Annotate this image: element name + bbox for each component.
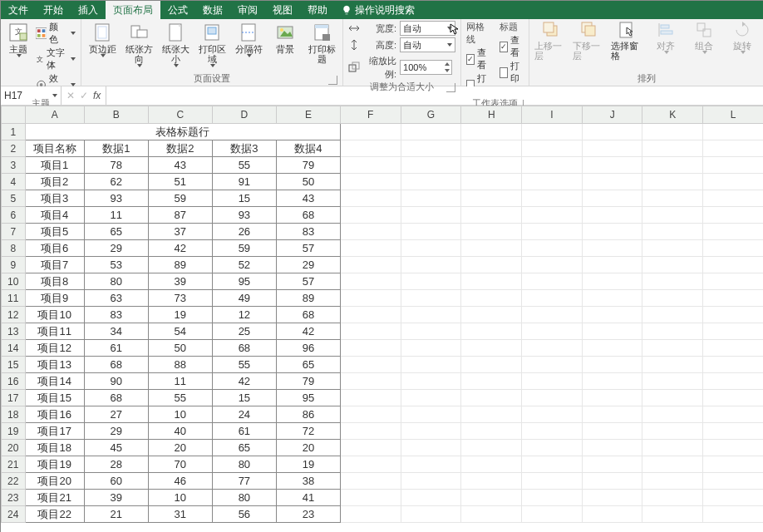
tab-view[interactable]: 视图: [265, 1, 300, 19]
cell[interactable]: [340, 273, 401, 290]
cell[interactable]: [401, 506, 461, 523]
breaks-button[interactable]: 分隔符: [233, 21, 264, 57]
cell[interactable]: 项目3: [25, 190, 84, 207]
cell[interactable]: [642, 323, 703, 340]
cell[interactable]: 34: [84, 323, 148, 340]
selection-pane-button[interactable]: 选择窗格: [611, 21, 644, 61]
cell[interactable]: [401, 490, 461, 506]
cell[interactable]: [340, 257, 401, 273]
cell[interactable]: 项目13: [25, 357, 84, 373]
cell[interactable]: 86: [276, 406, 340, 423]
cell[interactable]: [461, 190, 522, 207]
cell[interactable]: [401, 257, 461, 273]
cell[interactable]: [582, 473, 642, 490]
cell[interactable]: [582, 506, 642, 523]
cell[interactable]: [703, 323, 763, 340]
column-header[interactable]: E: [276, 106, 340, 124]
cell[interactable]: 88: [148, 357, 212, 373]
cell[interactable]: [642, 390, 703, 406]
cell[interactable]: [461, 174, 522, 190]
cell[interactable]: [703, 357, 763, 373]
tab-data[interactable]: 数据: [195, 1, 230, 19]
name-box[interactable]: H17: [1, 86, 62, 105]
cell[interactable]: 项目16: [25, 406, 84, 423]
cell[interactable]: [461, 290, 522, 307]
cell[interactable]: [582, 273, 642, 290]
column-header[interactable]: D: [212, 106, 276, 124]
cell[interactable]: 项目18: [25, 440, 84, 456]
height-combo[interactable]: 自动: [400, 37, 455, 52]
cell[interactable]: [522, 456, 583, 473]
cell[interactable]: [582, 323, 642, 340]
cell[interactable]: [582, 157, 642, 174]
cell[interactable]: 10: [148, 490, 212, 506]
cell[interactable]: 62: [84, 174, 148, 190]
cell[interactable]: [703, 190, 763, 207]
cell[interactable]: [401, 340, 461, 357]
cell[interactable]: [522, 390, 583, 406]
cell[interactable]: 15: [212, 390, 276, 406]
cell[interactable]: [340, 506, 401, 523]
cell[interactable]: 21: [84, 506, 148, 523]
column-header[interactable]: C: [148, 106, 212, 124]
tab-help[interactable]: 帮助: [300, 1, 335, 19]
cell[interactable]: [401, 323, 461, 340]
cell[interactable]: [401, 273, 461, 290]
cell[interactable]: [401, 207, 461, 224]
cell[interactable]: 19: [148, 307, 212, 323]
cell[interactable]: 78: [84, 157, 148, 174]
cell[interactable]: 42: [148, 240, 212, 257]
cell[interactable]: [642, 207, 703, 224]
cell[interactable]: [642, 273, 703, 290]
cell[interactable]: [582, 423, 642, 440]
cell[interactable]: [703, 174, 763, 190]
cell[interactable]: [340, 124, 401, 140]
cell[interactable]: [703, 140, 763, 157]
cell[interactable]: 24: [212, 406, 276, 423]
cell[interactable]: [461, 257, 522, 273]
cell[interactable]: [522, 157, 583, 174]
group-objects-button[interactable]: 组合: [687, 21, 721, 54]
cell[interactable]: 11: [148, 373, 212, 390]
cell[interactable]: [522, 406, 583, 423]
cell[interactable]: [642, 373, 703, 390]
cell[interactable]: [340, 390, 401, 406]
cell[interactable]: [340, 490, 401, 506]
row-header[interactable]: 8: [2, 240, 26, 257]
cell[interactable]: 39: [84, 490, 148, 506]
cell[interactable]: [401, 440, 461, 456]
row-header[interactable]: 6: [2, 207, 26, 224]
cell[interactable]: [461, 440, 522, 456]
cell[interactable]: [703, 157, 763, 174]
cell[interactable]: [522, 490, 583, 506]
cell[interactable]: [582, 340, 642, 357]
cell[interactable]: [703, 506, 763, 523]
cell[interactable]: [642, 157, 703, 174]
cell[interactable]: 95: [276, 390, 340, 406]
cell[interactable]: 73: [148, 290, 212, 307]
cell[interactable]: 68: [276, 307, 340, 323]
tab-file[interactable]: 文件: [1, 1, 36, 19]
tab-review[interactable]: 审阅: [230, 1, 265, 19]
cell[interactable]: 90: [84, 373, 148, 390]
cell[interactable]: 42: [212, 373, 276, 390]
cell[interactable]: [522, 273, 583, 290]
cell[interactable]: [703, 240, 763, 257]
cell[interactable]: [461, 473, 522, 490]
cell[interactable]: [703, 340, 763, 357]
margins-button[interactable]: 页边距: [86, 21, 118, 57]
cell[interactable]: [582, 307, 642, 323]
cell[interactable]: [522, 473, 583, 490]
cell[interactable]: [642, 224, 703, 240]
cell[interactable]: [703, 124, 763, 140]
cell[interactable]: [582, 174, 642, 190]
cell[interactable]: 项目5: [25, 224, 84, 240]
headings-view-checkbox[interactable]: ✓: [500, 42, 508, 52]
cell[interactable]: [522, 357, 583, 373]
cell[interactable]: [461, 273, 522, 290]
cell[interactable]: 38: [276, 473, 340, 490]
cell[interactable]: 50: [148, 340, 212, 357]
cell[interactable]: [703, 490, 763, 506]
row-header[interactable]: 4: [2, 174, 26, 190]
cell[interactable]: 项目17: [25, 423, 84, 440]
